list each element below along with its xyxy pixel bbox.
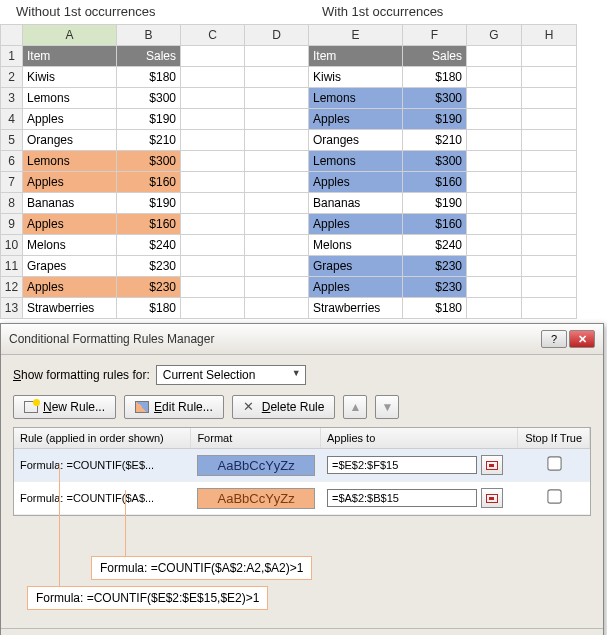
cell[interactable] [181, 109, 245, 130]
cell-item[interactable]: Apples [23, 277, 117, 298]
row-header[interactable]: 10 [1, 235, 23, 256]
cell[interactable] [181, 172, 245, 193]
cell-item[interactable]: Oranges [309, 130, 403, 151]
cell-sales[interactable]: $240 [403, 235, 467, 256]
scope-dropdown[interactable]: Current Selection [156, 365, 306, 385]
edit-rule-button[interactable]: Edit Rule... [124, 395, 224, 419]
cell-item[interactable]: Lemons [309, 151, 403, 172]
cell[interactable] [245, 88, 309, 109]
cell[interactable] [522, 46, 577, 67]
column-header-G[interactable]: G [467, 25, 522, 46]
close-x-button[interactable]: ✕ [569, 330, 595, 348]
cell-sales[interactable]: $300 [117, 151, 181, 172]
cell[interactable] [245, 256, 309, 277]
cell[interactable] [467, 256, 522, 277]
cell-item[interactable]: Grapes [309, 256, 403, 277]
cell-item[interactable]: Apples [309, 172, 403, 193]
rule-row[interactable]: Formula: =COUNTIF($E$...AaBbCcYyZz=$E$2:… [14, 449, 590, 482]
cell[interactable] [467, 277, 522, 298]
column-header-E[interactable]: E [309, 25, 403, 46]
cell-item[interactable]: Apples [23, 109, 117, 130]
cell-item[interactable]: Lemons [309, 88, 403, 109]
cell[interactable] [522, 151, 577, 172]
row-header[interactable]: 5 [1, 130, 23, 151]
cell-sales[interactable]: $180 [403, 67, 467, 88]
cell[interactable] [467, 193, 522, 214]
row-header[interactable]: 2 [1, 67, 23, 88]
cell[interactable] [245, 151, 309, 172]
cell-sales[interactable]: $300 [117, 88, 181, 109]
move-down-button[interactable]: ▼ [375, 395, 399, 419]
cell[interactable] [467, 298, 522, 319]
cell[interactable] [522, 277, 577, 298]
cell[interactable] [467, 172, 522, 193]
cell[interactable] [181, 67, 245, 88]
cell-sales[interactable]: $230 [403, 277, 467, 298]
cell-item[interactable]: Apples [309, 214, 403, 235]
cell[interactable] [245, 193, 309, 214]
row-header[interactable]: 6 [1, 151, 23, 172]
cell[interactable] [522, 67, 577, 88]
cell-sales[interactable]: $180 [403, 298, 467, 319]
cell[interactable] [467, 109, 522, 130]
cell[interactable] [522, 235, 577, 256]
row-header[interactable]: 12 [1, 277, 23, 298]
cell[interactable] [181, 88, 245, 109]
cell-sales[interactable]: $230 [117, 277, 181, 298]
cell[interactable] [522, 109, 577, 130]
cell[interactable] [181, 214, 245, 235]
cell[interactable] [181, 130, 245, 151]
delete-rule-button[interactable]: Delete Rule [232, 395, 336, 419]
cell[interactable] [181, 256, 245, 277]
help-button[interactable]: ? [541, 330, 567, 348]
cell-sales[interactable]: $300 [403, 151, 467, 172]
cell[interactable] [245, 277, 309, 298]
row-header[interactable]: 3 [1, 88, 23, 109]
cell[interactable] [467, 88, 522, 109]
cell[interactable] [245, 46, 309, 67]
column-header-A[interactable]: A [23, 25, 117, 46]
cell-item[interactable]: Strawberries [23, 298, 117, 319]
cell-sales[interactable]: $160 [117, 214, 181, 235]
cell[interactable] [181, 46, 245, 67]
row-header[interactable]: 4 [1, 109, 23, 130]
cell-sales[interactable]: $230 [403, 256, 467, 277]
cell[interactable] [181, 235, 245, 256]
cell-sales[interactable]: $190 [117, 109, 181, 130]
cell[interactable] [245, 67, 309, 88]
cell[interactable] [181, 193, 245, 214]
row-header[interactable]: 1 [1, 46, 23, 67]
header-sales[interactable]: Sales [117, 46, 181, 67]
cell[interactable] [245, 298, 309, 319]
column-header-C[interactable]: C [181, 25, 245, 46]
cell[interactable] [467, 130, 522, 151]
cell-sales[interactable]: $300 [403, 88, 467, 109]
cell-sales[interactable]: $190 [117, 193, 181, 214]
move-up-button[interactable]: ▲ [343, 395, 367, 419]
row-header[interactable]: 8 [1, 193, 23, 214]
cell-item[interactable]: Bananas [23, 193, 117, 214]
cell[interactable] [522, 193, 577, 214]
cell[interactable] [467, 235, 522, 256]
cell-item[interactable]: Apples [23, 172, 117, 193]
cell-sales[interactable]: $180 [117, 67, 181, 88]
cell-item[interactable]: Apples [309, 109, 403, 130]
column-header-H[interactable]: H [522, 25, 577, 46]
cell-sales[interactable]: $230 [117, 256, 181, 277]
cell-sales[interactable]: $160 [403, 214, 467, 235]
cell[interactable] [522, 172, 577, 193]
cell-sales[interactable]: $240 [117, 235, 181, 256]
spreadsheet-grid[interactable]: ABCDEFGH 1ItemSalesItemSales2Kiwis$180Ki… [0, 24, 577, 319]
cell-sales[interactable]: $210 [117, 130, 181, 151]
row-header[interactable]: 11 [1, 256, 23, 277]
cell[interactable] [467, 214, 522, 235]
rule-row[interactable]: Formula: =COUNTIF($A$...AaBbCcYyZz=$A$2:… [14, 482, 590, 515]
cell[interactable] [245, 109, 309, 130]
stop-if-true-checkbox[interactable] [547, 456, 561, 470]
cell-item[interactable]: Melons [23, 235, 117, 256]
cell[interactable] [245, 214, 309, 235]
applies-to-input[interactable]: =$E$2:$F$15 [327, 456, 477, 474]
cell[interactable] [245, 235, 309, 256]
cell-item[interactable]: Bananas [309, 193, 403, 214]
applies-to-input[interactable]: =$A$2:$B$15 [327, 489, 477, 507]
